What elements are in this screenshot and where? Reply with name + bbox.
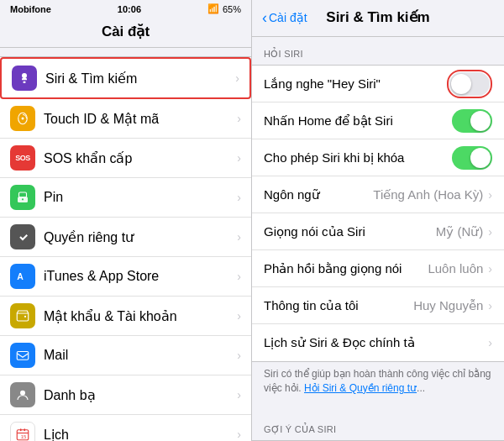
sidebar-item-label: Siri & Tìm kiếm [45, 71, 235, 87]
chevron-right-icon: › [237, 191, 241, 204]
sidebar-item-appstore[interactable]: A iTunes & App Store › [0, 257, 251, 297]
row-label-hey_siri: Lắng nghe "Hey Siri" [264, 76, 447, 92]
sidebar-item-pin[interactable]: Pin › [0, 178, 251, 218]
row-label-voice_feedback: Phản hồi bằng giọng nói [264, 261, 428, 276]
svg-point-8 [24, 316, 26, 318]
chevron-right-icon: › [237, 428, 241, 441]
row-value-my_info: Huy Nguyễn [413, 298, 483, 313]
right-content: HỎI SIRILắng nghe "Hey Siri" Nhấn Home đ… [252, 37, 504, 441]
row-value-voice_feedback: Luôn luôn [428, 261, 483, 276]
footnote-link[interactable]: Hỏi Siri & Quyền riêng tư [304, 382, 417, 394]
row-label-my_info: Thông tin của tôi [264, 298, 413, 313]
right-panel: ‹ Cài đặt Siri & Tìm kiếm HỎI SIRILắng n… [252, 0, 504, 441]
left-time: 10:06 [118, 4, 141, 14]
back-label: Cài đặt [269, 11, 307, 24]
chevron-right-icon: › [237, 112, 241, 125]
toggle-press_home[interactable] [452, 109, 492, 133]
toggle-thumb [470, 148, 491, 168]
row-label-allow_locked: Cho phép Siri khi bị khóa [264, 150, 452, 165]
settings-row-voice: Giọng nói của SiriMỹ (Nữ) › [252, 213, 504, 250]
svg-point-3 [22, 118, 24, 120]
svg-rect-1 [24, 81, 26, 83]
chevron-right-icon: › [488, 299, 492, 312]
pin-icon [10, 185, 35, 210]
svg-rect-4 [19, 192, 27, 197]
back-button[interactable]: ‹ Cài đặt [262, 10, 307, 25]
sidebar-item-label: Pin [44, 190, 237, 205]
row-label-press_home: Nhấn Home để bật Siri [264, 113, 452, 129]
chevron-right-icon: › [237, 270, 241, 283]
section-header-0: HỎI SIRI [252, 37, 504, 65]
sidebar-item-calendar[interactable]: 15 Lịch › [0, 415, 251, 441]
svg-point-0 [22, 73, 27, 78]
sidebar-item-touchid[interactable]: Touch ID & Mật mã › [0, 99, 251, 139]
left-title: Cài đặt [102, 24, 150, 39]
section-footnote-0: Siri có thể giúp bạn hoàn thành công việ… [252, 362, 504, 404]
svg-point-10 [20, 391, 25, 396]
row-label-history: Lịch sử Siri & Đọc chính tả [264, 335, 488, 350]
sidebar-item-contacts[interactable]: Danh bạ › [0, 375, 251, 415]
svg-rect-13 [20, 428, 22, 431]
section-header-1: GỢI Ý CỦA SIRI [252, 412, 504, 440]
sidebar-item-label: iTunes & App Store [44, 269, 237, 284]
svg-text:A: A [17, 271, 24, 281]
mail-icon [10, 343, 35, 368]
sidebar-item-wallet[interactable]: Mật khẩu & Tài khoản › [0, 297, 251, 336]
left-list: Siri & Tìm kiếm › Touch ID & Mật mã › SO… [0, 56, 251, 441]
chevron-right-icon: › [488, 188, 492, 202]
sidebar-item-siri[interactable]: Siri & Tìm kiếm › [0, 57, 251, 99]
chevron-right-icon: › [488, 262, 492, 276]
toggle-allow_locked[interactable] [452, 146, 492, 170]
back-chevron-icon: ‹ [262, 10, 267, 25]
row-value-voice: Mỹ (Nữ) [436, 224, 484, 239]
sidebar-item-privacy[interactable]: Quyền riêng tư › [0, 218, 251, 257]
settings-row-hey_siri[interactable]: Lắng nghe "Hey Siri" [252, 66, 504, 102]
sidebar-item-label: Quyền riêng tư [44, 229, 237, 245]
chevron-right-icon: › [235, 71, 239, 85]
chevron-right-icon: › [237, 230, 241, 244]
privacy-icon [10, 224, 35, 249]
settings-row-history[interactable]: Lịch sử Siri & Đọc chính tả› [252, 324, 504, 361]
settings-row-allow_locked[interactable]: Cho phép Siri khi bị khóa [252, 139, 504, 176]
left-panel: Mobifone 10:06 📶 65% Cài đặt Siri & Tìm … [0, 0, 252, 441]
sidebar-item-sos[interactable]: SOS SOS khẩn cấp › [0, 139, 251, 178]
contacts-icon [10, 382, 35, 407]
left-nav-bar: Cài đặt [0, 18, 251, 48]
sidebar-item-label: SOS khẩn cấp [44, 150, 237, 166]
toggle-thumb [470, 111, 491, 131]
sidebar-item-label: Danh bạ [44, 387, 237, 403]
svg-rect-14 [24, 428, 26, 431]
appstore-icon: A [10, 264, 35, 289]
wallet-icon [10, 303, 35, 328]
settings-row-my_info: Thông tin của tôiHuy Nguyễn › [252, 287, 504, 324]
svg-text:15: 15 [21, 434, 27, 439]
toggle-highlight-hey_siri [447, 70, 492, 98]
svg-rect-9 [17, 352, 29, 360]
settings-group-0: Lắng nghe "Hey Siri" Nhấn Home để bật Si… [252, 65, 504, 362]
sidebar-item-label: Touch ID & Mật mã [44, 111, 237, 127]
svg-point-6 [22, 198, 24, 200]
settings-row-language: Ngôn ngữTiếng Anh (Hoa Kỳ) › [252, 176, 504, 213]
chevron-right-icon: › [237, 309, 241, 323]
left-status-bar: Mobifone 10:06 📶 65% [0, 0, 251, 18]
left-battery: 📶 65% [207, 3, 241, 14]
sidebar-item-label: Mật khẩu & Tài khoản [44, 308, 237, 324]
left-carrier: Mobifone [10, 4, 51, 14]
sidebar-item-mail[interactable]: Mail › [0, 336, 251, 375]
touchid-icon [10, 106, 35, 131]
sidebar-item-label: Mail [44, 348, 237, 363]
chevron-right-icon: › [237, 151, 241, 165]
right-title: Siri & Tìm kiếm [326, 8, 429, 26]
right-nav-bar: ‹ Cài đặt Siri & Tìm kiếm [252, 0, 504, 37]
calendar-icon: 15 [10, 422, 35, 441]
settings-row-press_home[interactable]: Nhấn Home để bật Siri [252, 102, 504, 139]
chevron-right-icon: › [237, 388, 241, 402]
sos-icon: SOS [10, 145, 35, 171]
battery-icon: 📶 [207, 3, 219, 14]
toggle-hey_siri[interactable] [449, 72, 490, 96]
row-label-voice: Giọng nói của Siri [264, 224, 436, 239]
chevron-right-icon: › [488, 336, 492, 349]
chevron-right-icon: › [237, 349, 241, 362]
row-value-language: Tiếng Anh (Hoa Kỳ) [373, 187, 483, 202]
siri-icon [12, 66, 37, 91]
